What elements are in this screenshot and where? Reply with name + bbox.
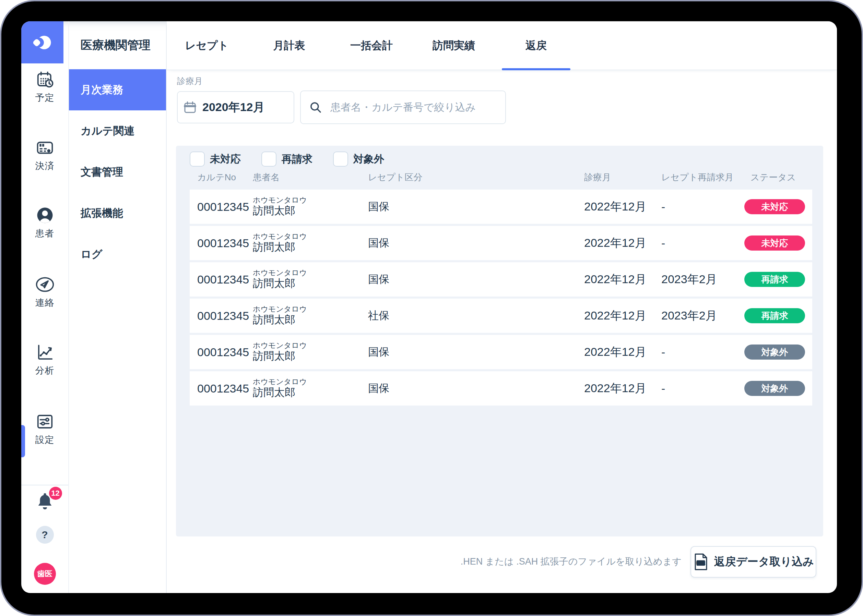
treatment-month-label: 診療月 bbox=[177, 75, 203, 87]
checkbox-label: 対象外 bbox=[353, 152, 384, 166]
status-badge: 再請求 bbox=[744, 272, 805, 287]
cell-resubmit-month: 2023年2月 bbox=[661, 262, 717, 297]
cell-chart-no: 00012345 bbox=[197, 299, 249, 333]
patient-kana: ホウモンタロウ bbox=[253, 196, 307, 204]
tab-returns[interactable]: 返戻 bbox=[502, 21, 570, 69]
status-badge: 未対応 bbox=[744, 236, 805, 251]
tab-receipt[interactable]: レセプト bbox=[173, 21, 241, 69]
table-row[interactable]: 00012345 ホウモンタロウ 訪問太郎 国保 2022年12月 2023年2… bbox=[190, 262, 812, 297]
cell-patient-name: ホウモンタロウ 訪問太郎 bbox=[253, 335, 307, 369]
checkbox-label: 未対応 bbox=[210, 152, 241, 166]
table-row[interactable]: 00012345 ホウモンタロウ 訪問太郎 国保 2022年12月 - 対象外 bbox=[190, 335, 812, 369]
checkbox-label: 再請求 bbox=[282, 152, 312, 166]
cell-month: 2022年12月 bbox=[584, 190, 646, 224]
patient-search[interactable] bbox=[300, 91, 506, 124]
table-row[interactable]: 00012345 ホウモンタロウ 訪問太郎 国保 2022年12月 - 対象外 bbox=[190, 371, 812, 405]
cell-chart-no: 00012345 bbox=[197, 226, 249, 260]
status-badge: 対象外 bbox=[744, 344, 805, 360]
checkbox-untreated[interactable] bbox=[190, 151, 205, 167]
cell-resubmit-month: - bbox=[661, 335, 665, 369]
cell-category: 国保 bbox=[368, 335, 389, 369]
search-input[interactable] bbox=[330, 102, 505, 113]
crescent-dot-logo-icon bbox=[29, 30, 56, 55]
help-button[interactable]: ? bbox=[21, 526, 68, 544]
patient-kana: ホウモンタロウ bbox=[253, 341, 307, 350]
main-content: レセプト 月計表 一括会計 訪問実績 返戻 診療月 2020年12月 bbox=[167, 21, 837, 593]
import-returns-button[interactable]: UKE 返戻データ取り込み bbox=[690, 546, 816, 578]
cell-patient-name: ホウモンタロウ 訪問太郎 bbox=[253, 371, 307, 405]
menu-item-monthly-work[interactable]: 月次業務 bbox=[69, 69, 166, 110]
sidebar-item-schedule[interactable]: 予定 bbox=[21, 70, 68, 104]
cell-resubmit-month: - bbox=[661, 190, 665, 224]
cell-category: 国保 bbox=[368, 190, 389, 224]
notification-badge: 12 bbox=[49, 487, 62, 500]
cell-resubmit-month: - bbox=[661, 226, 665, 260]
col-header-status: ステータス bbox=[751, 171, 796, 183]
cell-month: 2022年12月 bbox=[584, 371, 646, 405]
sidebar-item-patients[interactable]: 患者 bbox=[21, 206, 68, 240]
cell-status: 対象外 bbox=[744, 371, 805, 405]
status-badge: 対象外 bbox=[744, 381, 805, 396]
notifications-button[interactable]: 12 bbox=[21, 492, 68, 511]
patient-name: 訪問太郎 bbox=[253, 386, 295, 399]
cell-chart-no: 00012345 bbox=[197, 262, 249, 297]
cell-month: 2022年12月 bbox=[584, 226, 646, 260]
sidebar-item-label: 患者 bbox=[35, 227, 55, 240]
user-avatar[interactable]: 歯医 bbox=[21, 563, 68, 585]
sidebar-item-label: 連絡 bbox=[35, 297, 55, 309]
checkbox-resubmit[interactable] bbox=[261, 151, 276, 167]
col-header-chart-no: カルテNo bbox=[197, 171, 236, 183]
month-picker-value: 2020年12月 bbox=[202, 99, 265, 115]
sidebar-item-analytics[interactable]: 分析 bbox=[21, 343, 68, 377]
cell-resubmit-month: 2023年2月 bbox=[661, 299, 717, 333]
cell-patient-name: ホウモンタロウ 訪問太郎 bbox=[253, 226, 307, 260]
menu-item-document-management[interactable]: 文書管理 bbox=[69, 151, 166, 193]
patient-kana: ホウモンタロウ bbox=[253, 305, 307, 313]
menu-item-extensions[interactable]: 拡張機能 bbox=[69, 193, 166, 234]
table-body: 00012345 ホウモンタロウ 訪問太郎 国保 2022年12月 - 未対応 … bbox=[190, 190, 812, 408]
cell-category: 国保 bbox=[368, 262, 389, 297]
cell-category: 国保 bbox=[368, 226, 389, 260]
patient-name: 訪問太郎 bbox=[253, 204, 295, 218]
menu-item-chart-related[interactable]: カルテ関連 bbox=[69, 110, 166, 151]
sidebar-item-label: 設定 bbox=[35, 434, 55, 446]
col-header-patient: 患者名 bbox=[253, 171, 280, 183]
icon-rail: 予定 決済 患者 bbox=[21, 21, 69, 593]
sidebar-item-payment[interactable]: 決済 bbox=[21, 138, 68, 172]
cell-status: 再請求 bbox=[744, 262, 805, 297]
cell-month: 2022年12月 bbox=[584, 262, 646, 297]
search-icon bbox=[309, 100, 323, 115]
patient-kana: ホウモンタロウ bbox=[253, 269, 307, 277]
sidebar-item-settings[interactable]: 設定 bbox=[21, 412, 68, 446]
sidebar-item-contact[interactable]: 連絡 bbox=[21, 275, 68, 309]
cell-month: 2022年12月 bbox=[584, 299, 646, 333]
calendar-clock-icon bbox=[36, 70, 54, 89]
cell-resubmit-month: - bbox=[661, 371, 665, 405]
chart-icon bbox=[36, 343, 54, 361]
menu-item-log[interactable]: ログ bbox=[69, 234, 166, 275]
month-picker[interactable]: 2020年12月 bbox=[177, 91, 294, 123]
sidebar-item-label: 分析 bbox=[35, 365, 55, 377]
patient-icon bbox=[36, 206, 54, 225]
send-icon bbox=[35, 275, 55, 294]
help-label: ? bbox=[41, 529, 48, 541]
table-row[interactable]: 00012345 ホウモンタロウ 訪問太郎 社保 2022年12月 2023年2… bbox=[190, 299, 812, 333]
tab-bar: レセプト 月計表 一括会計 訪問実績 返戻 bbox=[167, 21, 837, 70]
checkbox-excluded[interactable] bbox=[333, 151, 348, 167]
table-row[interactable]: 00012345 ホウモンタロウ 訪問太郎 国保 2022年12月 - 未対応 bbox=[190, 190, 812, 224]
sidebar-item-label: 予定 bbox=[35, 91, 55, 104]
app-logo[interactable] bbox=[21, 21, 63, 63]
cell-patient-name: ホウモンタロウ 訪問太郎 bbox=[253, 262, 307, 297]
tab-visit-results[interactable]: 訪問実績 bbox=[419, 21, 488, 69]
app-window: 予定 決済 患者 bbox=[21, 21, 837, 593]
patient-name: 訪問太郎 bbox=[253, 277, 295, 290]
col-header-resubmit: レセプト再請求月 bbox=[661, 171, 733, 183]
tab-monthly-table[interactable]: 月計表 bbox=[255, 21, 323, 69]
tab-batch-accounting[interactable]: 一括会計 bbox=[337, 21, 406, 69]
status-filter-row: 未対応 再請求 対象外 bbox=[190, 151, 405, 167]
cell-chart-no: 00012345 bbox=[197, 335, 249, 369]
cell-month: 2022年12月 bbox=[584, 335, 646, 369]
active-item-indicator bbox=[21, 425, 25, 457]
table-row[interactable]: 00012345 ホウモンタロウ 訪問太郎 国保 2022年12月 - 未対応 bbox=[190, 226, 812, 260]
cell-category: 社保 bbox=[368, 299, 389, 333]
